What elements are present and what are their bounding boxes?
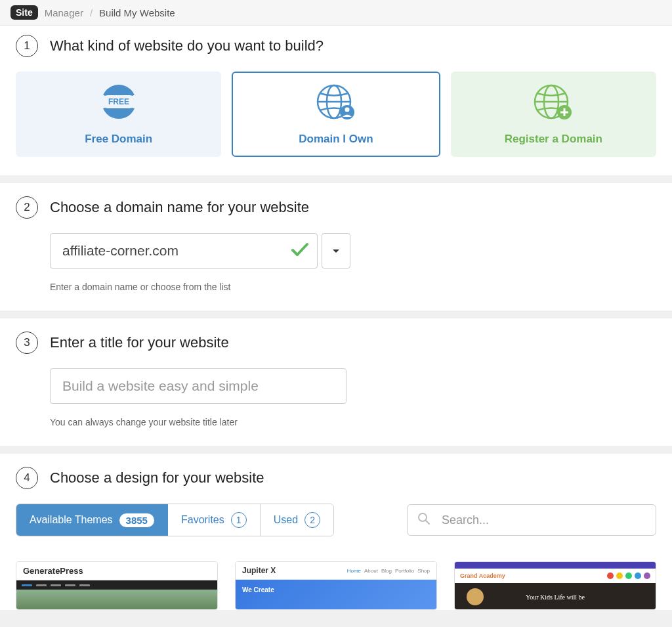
step-3-title: Enter a title for your website: [50, 334, 229, 351]
tab-favorites-label: Favorites: [181, 514, 224, 526]
step-2-helper: Enter a domain name or choose from the l…: [50, 282, 656, 292]
theme-preview-topbar: [455, 562, 656, 569]
theme-name-3: Grand Academy: [460, 573, 505, 579]
svg-point-6: [340, 105, 354, 119]
site-logo-badge: Site: [10, 5, 38, 20]
step-4-panel: 4 Choose a design for your website Avail…: [0, 454, 672, 610]
globe-user-icon: [316, 83, 356, 123]
step-1-panel: 1 What kind of website do you want to bu…: [0, 26, 672, 175]
globe-plus-icon: [533, 83, 574, 123]
option-domain-own[interactable]: Domain I Own: [232, 72, 440, 157]
theme-preview-header: Jupiter X HomeAboutBlogPortfolioShop: [236, 562, 436, 580]
caret-down-icon: [332, 245, 340, 257]
option-free-label: Free Domain: [85, 133, 152, 146]
domain-dropdown-button[interactable]: [322, 233, 350, 269]
check-icon: [291, 242, 308, 259]
step-number-1: 1: [16, 35, 38, 57]
tab-used-count: 2: [304, 512, 320, 528]
breadcrumb-manager[interactable]: Manager: [45, 7, 83, 18]
step-number-4: 4: [16, 467, 38, 489]
tab-available-label: Available Themes: [30, 514, 113, 526]
theme-name-2: Jupiter X: [242, 566, 276, 575]
svg-point-14: [419, 513, 427, 521]
free-domain-icon: FREE: [99, 83, 138, 123]
tab-available-count: 3855: [119, 513, 154, 527]
step-2-title: Choose a domain name for your website: [50, 199, 309, 216]
theme-card-jupiterx[interactable]: Jupiter X HomeAboutBlogPortfolioShop We …: [235, 561, 437, 610]
option-own-label: Domain I Own: [299, 133, 373, 146]
theme-preview-header: Grand Academy: [455, 569, 656, 583]
svg-point-7: [345, 107, 349, 112]
tab-favorites[interactable]: Favorites 1: [168, 504, 261, 536]
tab-used-label: Used: [274, 514, 298, 526]
theme-preview-hero-text: Your Kids Life will be: [526, 594, 585, 601]
breadcrumb-current: Build My Website: [99, 7, 175, 18]
step-number-3: 3: [16, 332, 38, 354]
domain-input[interactable]: [50, 233, 318, 269]
step-2-panel: 2 Choose a domain name for your website …: [0, 183, 672, 311]
theme-search-input[interactable]: [407, 504, 656, 536]
theme-tabs: Available Themes 3855 Favorites 1 Used 2: [16, 504, 334, 536]
option-free-domain[interactable]: FREE Free Domain: [16, 72, 221, 157]
theme-preview-hero: Your Kids Life will be: [455, 583, 656, 610]
option-register-label: Register a Domain: [505, 133, 602, 146]
website-title-input[interactable]: [50, 368, 346, 404]
search-icon: [417, 512, 430, 528]
theme-preview-hero-text: We Create: [236, 580, 436, 610]
step-number-2: 2: [16, 196, 38, 219]
theme-card-generatepress[interactable]: GeneratePress: [16, 561, 218, 610]
teddy-bear-icon: [467, 588, 484, 605]
tab-available-themes[interactable]: Available Themes 3855: [16, 504, 168, 536]
breadcrumb-separator: /: [90, 7, 93, 18]
tab-favorites-count: 1: [231, 512, 247, 528]
step-3-helper: You can always change your website title…: [50, 417, 656, 427]
svg-text:FREE: FREE: [108, 97, 129, 106]
breadcrumb: Site Manager / Build My Website: [0, 0, 672, 26]
theme-card-grand-academy[interactable]: Grand Academy Your Kids Life will be: [454, 561, 656, 610]
theme-preview-hero: [16, 590, 217, 610]
step-4-title: Choose a design for your website: [50, 469, 264, 486]
step-1-title: What kind of website do you want to buil…: [50, 37, 324, 54]
tab-used[interactable]: Used 2: [261, 504, 333, 536]
svg-line-15: [426, 521, 429, 524]
theme-name-1: GeneratePress: [16, 562, 217, 580]
option-register-domain[interactable]: Register a Domain: [451, 72, 656, 157]
step-3-panel: 3 Enter a title for your website You can…: [0, 318, 672, 446]
theme-preview-nav: [16, 580, 217, 590]
